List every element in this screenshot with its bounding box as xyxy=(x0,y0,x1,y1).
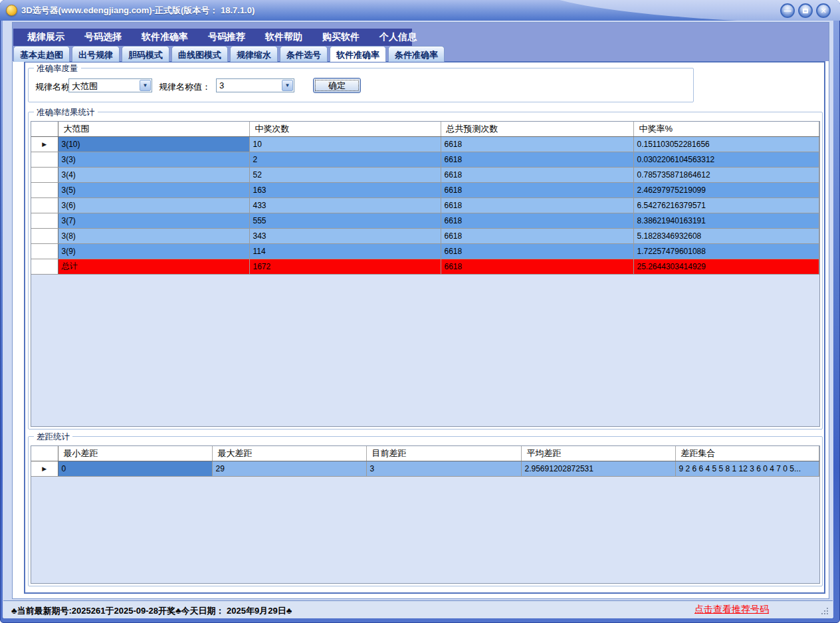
table-row[interactable]: 3(9) 114 6618 1.72257479601088 xyxy=(31,243,819,259)
col-header-total-predictions[interactable]: 总共预测次数 xyxy=(441,122,633,136)
col-header-avg-gap[interactable]: 平均差距 xyxy=(521,446,675,461)
cell-win-count[interactable]: 1672 xyxy=(249,259,441,274)
col-header-range[interactable]: 大范围 xyxy=(58,122,249,136)
menu-item-buy-software[interactable]: 购买软件 xyxy=(312,31,369,43)
row-header-cell[interactable] xyxy=(31,243,58,259)
cell-win-count[interactable]: 52 xyxy=(249,167,441,182)
current-row-arrow-icon[interactable]: ▶ xyxy=(31,461,58,476)
cell-avg-gap[interactable]: 2.95691202872531 xyxy=(521,461,675,476)
row-header-cell[interactable] xyxy=(31,213,58,228)
groupbox-label: 差距统计 xyxy=(34,432,72,443)
cell-total[interactable]: 6618 xyxy=(441,197,633,213)
col-header-gap-set[interactable]: 差距集合 xyxy=(675,446,819,461)
cell-total[interactable]: 6618 xyxy=(441,228,633,243)
table-row[interactable]: 3(6) 433 6618 6.54276216379571 xyxy=(31,197,819,213)
cell-min-gap[interactable]: 0 xyxy=(58,461,212,476)
cell-win-count[interactable]: 114 xyxy=(249,243,441,259)
table-row[interactable]: ▶ 0 29 3 2.95691202872531 9 2 6 6 4 5 5 … xyxy=(31,461,819,476)
cell-range[interactable]: 3(7) xyxy=(58,213,249,228)
col-header-min-gap[interactable]: 最小差距 xyxy=(58,446,212,461)
maximize-icon[interactable] xyxy=(798,3,813,18)
cell-win-count[interactable]: 343 xyxy=(249,228,441,243)
cell-rate[interactable]: 0.151103052281656 xyxy=(633,136,819,152)
row-header-cell[interactable] xyxy=(31,152,58,167)
window-title: 3D选号器(www.edengjiang.com)-正式版(版本号： 18.7.… xyxy=(21,5,255,17)
cell-total[interactable]: 6618 xyxy=(441,167,633,182)
tab-rule-shrink[interactable]: 规律缩水 xyxy=(230,46,278,62)
cell-rate[interactable]: 2.46297975219099 xyxy=(633,182,819,197)
table-row[interactable]: 3(7) 555 6618 8.38621940163191 xyxy=(31,213,819,228)
tab-danma-mode[interactable]: 胆码模式 xyxy=(122,46,169,62)
minimize-icon[interactable]: — xyxy=(780,3,795,18)
menu-item-software-help[interactable]: 软件帮助 xyxy=(255,31,312,43)
cell-rate[interactable]: 0.0302206104563312 xyxy=(633,152,819,167)
cell-range[interactable]: 3(8) xyxy=(58,228,249,243)
cell-win-count[interactable]: 433 xyxy=(249,197,441,213)
cell-max-gap[interactable]: 29 xyxy=(212,461,366,476)
table-row[interactable]: 3(5) 163 6618 2.46297975219099 xyxy=(31,182,819,197)
cell-total-label[interactable]: 总计 xyxy=(58,259,249,274)
window-controls: — ✕ xyxy=(780,3,831,18)
table-row[interactable]: ▶ 3(10) 10 6618 0.151103052281656 xyxy=(31,136,819,152)
col-header-current-gap[interactable]: 目前差距 xyxy=(366,446,521,461)
cell-gap-set[interactable]: 9 2 6 6 4 5 5 8 1 12 3 6 0 4 7 0 5... xyxy=(675,461,819,476)
view-recommended-numbers-link[interactable]: 点击查看推荐号码 xyxy=(694,604,769,616)
cell-total[interactable]: 6618 xyxy=(441,152,633,167)
cell-range[interactable]: 3(6) xyxy=(58,197,249,213)
cell-total[interactable]: 6618 xyxy=(441,136,633,152)
rule-name-select[interactable]: 大范围 ▼ xyxy=(68,78,152,92)
total-row[interactable]: 总计 1672 6618 25.2644303414929 xyxy=(31,259,819,274)
cell-total[interactable]: 6618 xyxy=(441,182,633,197)
col-header-win-rate[interactable]: 中奖率% xyxy=(633,122,819,136)
chevron-down-icon[interactable]: ▼ xyxy=(282,80,293,91)
row-header-cell[interactable] xyxy=(31,259,58,274)
row-header-cell[interactable] xyxy=(31,182,58,197)
cell-rate[interactable]: 6.54276216379571 xyxy=(633,197,819,213)
menu-item-software-accuracy[interactable]: 软件准确率 xyxy=(132,31,198,43)
cell-rate[interactable]: 1.72257479601088 xyxy=(633,243,819,259)
tab-condition-select[interactable]: 条件选号 xyxy=(280,46,328,62)
cell-rate[interactable]: 0.785735871864612 xyxy=(633,167,819,182)
cell-range[interactable]: 3(4) xyxy=(58,167,249,182)
close-icon[interactable]: ✕ xyxy=(816,3,831,18)
cell-total[interactable]: 6618 xyxy=(441,259,633,274)
cell-range[interactable]: 3(9) xyxy=(58,243,249,259)
menu-item-rule-display[interactable]: 规律展示 xyxy=(17,31,74,43)
cell-rate[interactable]: 5.1828346932608 xyxy=(633,228,819,243)
cell-total[interactable]: 6618 xyxy=(441,243,633,259)
cell-rate[interactable]: 25.2644303414929 xyxy=(633,259,819,274)
current-row-arrow-icon[interactable]: ▶ xyxy=(31,136,58,152)
tab-basic-trend[interactable]: 基本走趋图 xyxy=(13,46,70,62)
col-header-win-count[interactable]: 中奖次数 xyxy=(249,122,441,136)
confirm-button[interactable]: 确定 xyxy=(313,78,361,93)
cell-range[interactable]: 3(5) xyxy=(58,182,249,197)
cell-win-count[interactable]: 10 xyxy=(249,136,441,152)
menu-item-number-recommend[interactable]: 号码推荐 xyxy=(198,31,255,43)
tab-number-rule[interactable]: 出号规律 xyxy=(72,46,120,62)
cell-win-count[interactable]: 2 xyxy=(249,152,441,167)
cell-current-gap[interactable]: 3 xyxy=(366,461,521,476)
cell-rate[interactable]: 8.38621940163191 xyxy=(633,213,819,228)
row-header-cell[interactable] xyxy=(31,197,58,213)
tab-curve-mode[interactable]: 曲线图模式 xyxy=(171,46,228,62)
rule-value-select[interactable]: 3 ▼ xyxy=(216,78,294,92)
table-row[interactable]: 3(4) 52 6618 0.785735871864612 xyxy=(31,167,819,182)
tab-condition-accuracy[interactable]: 条件准确率 xyxy=(388,46,445,62)
menu-item-number-select[interactable]: 号码选择 xyxy=(74,31,132,43)
table-row[interactable]: 3(8) 343 6618 5.1828346932608 xyxy=(31,228,819,243)
resize-grip-icon[interactable] xyxy=(821,608,828,614)
cell-range[interactable]: 3(10) xyxy=(58,136,249,152)
title-bar: 3D选号器(www.edengjiang.com)-正式版(版本号： 18.7.… xyxy=(0,0,840,21)
gap-table: 最小差距 最大差距 目前差距 平均差距 差距集合 ▶ 0 29 3 2.9569… xyxy=(31,446,819,477)
menu-item-personal-info[interactable]: 个人信息 xyxy=(369,31,427,43)
cell-win-count[interactable]: 163 xyxy=(249,182,441,197)
cell-win-count[interactable]: 555 xyxy=(249,213,441,228)
chevron-down-icon[interactable]: ▼ xyxy=(140,80,151,91)
row-header-cell[interactable] xyxy=(31,167,58,182)
table-row[interactable]: 3(3) 2 6618 0.0302206104563312 xyxy=(31,152,819,167)
row-header-cell[interactable] xyxy=(31,228,58,243)
col-header-max-gap[interactable]: 最大差距 xyxy=(212,446,366,461)
cell-range[interactable]: 3(3) xyxy=(58,152,249,167)
cell-total[interactable]: 6618 xyxy=(441,213,633,228)
tab-software-accuracy[interactable]: 软件准确率 xyxy=(330,46,386,62)
